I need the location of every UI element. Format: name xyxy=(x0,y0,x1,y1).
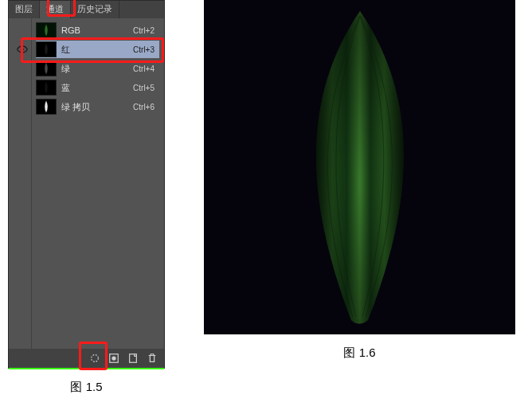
panel-footer xyxy=(9,349,164,368)
tab-layers[interactable]: 图层 xyxy=(9,1,40,18)
leaf-icon xyxy=(40,24,53,37)
leaf-icon xyxy=(40,43,53,56)
new-channel-button[interactable] xyxy=(127,353,139,364)
channel-label: 绿 拷贝 xyxy=(61,101,133,113)
svg-point-3 xyxy=(111,356,115,360)
channel-row-blue[interactable]: 蓝 Ctrl+5 xyxy=(36,79,159,96)
eye-icon xyxy=(17,44,28,55)
svg-point-0 xyxy=(21,48,24,51)
channel-thumb xyxy=(36,99,57,115)
leaf-icon xyxy=(40,100,53,113)
mask-icon xyxy=(108,353,119,364)
new-page-icon xyxy=(127,353,139,364)
channel-label: RGB xyxy=(61,25,133,35)
panel-tabs: 图层 通道 历史记录 xyxy=(9,1,164,18)
channel-row-green-copy[interactable]: 绿 拷贝 Ctrl+6 xyxy=(36,98,159,115)
figure-caption: 图 1.5 xyxy=(8,380,165,395)
tab-channels[interactable]: 通道 xyxy=(40,1,71,18)
timeline-marker xyxy=(9,368,164,369)
trash-icon xyxy=(147,353,158,364)
channel-shortcut: Ctrl+5 xyxy=(133,84,155,92)
channel-row-red[interactable]: 红 Ctrl+3 xyxy=(36,41,159,58)
channel-row-green[interactable]: 绿 Ctrl+4 xyxy=(36,60,159,77)
channel-list: RGB Ctrl+2 红 Ctrl+3 绿 Ctrl+4 xyxy=(36,21,159,115)
channel-thumb xyxy=(36,61,57,76)
channel-shortcut: Ctrl+4 xyxy=(133,64,155,73)
channel-thumb xyxy=(36,41,57,57)
channel-row-rgb[interactable]: RGB Ctrl+2 xyxy=(36,21,159,39)
visibility-toggle[interactable] xyxy=(17,44,28,55)
save-selection-button[interactable] xyxy=(108,353,119,364)
dotted-circle-icon xyxy=(89,353,100,364)
channel-thumb xyxy=(36,22,57,38)
leaf-icon xyxy=(40,62,53,75)
visibility-gutter xyxy=(9,18,32,349)
channel-thumb xyxy=(36,80,57,96)
figure-caption: 图 1.6 xyxy=(204,346,515,361)
svg-point-1 xyxy=(92,355,99,362)
load-selection-button[interactable] xyxy=(89,353,100,364)
channel-shortcut: Ctrl+2 xyxy=(133,26,155,35)
leaf-icon xyxy=(40,81,53,94)
channel-label: 红 xyxy=(61,44,133,56)
tab-history[interactable]: 历史记录 xyxy=(71,1,119,18)
channel-shortcut: Ctrl+6 xyxy=(133,103,155,111)
leaf-image xyxy=(276,8,444,326)
leaf-canvas xyxy=(204,0,515,334)
channels-panel: 图层 通道 历史记录 RGB Ctrl+2 红 Ctrl+3 xyxy=(8,0,165,369)
channel-label: 蓝 xyxy=(61,82,133,94)
delete-channel-button[interactable] xyxy=(147,353,158,364)
channel-label: 绿 xyxy=(61,63,133,75)
svg-rect-4 xyxy=(130,354,137,363)
channel-shortcut: Ctrl+3 xyxy=(133,45,155,54)
